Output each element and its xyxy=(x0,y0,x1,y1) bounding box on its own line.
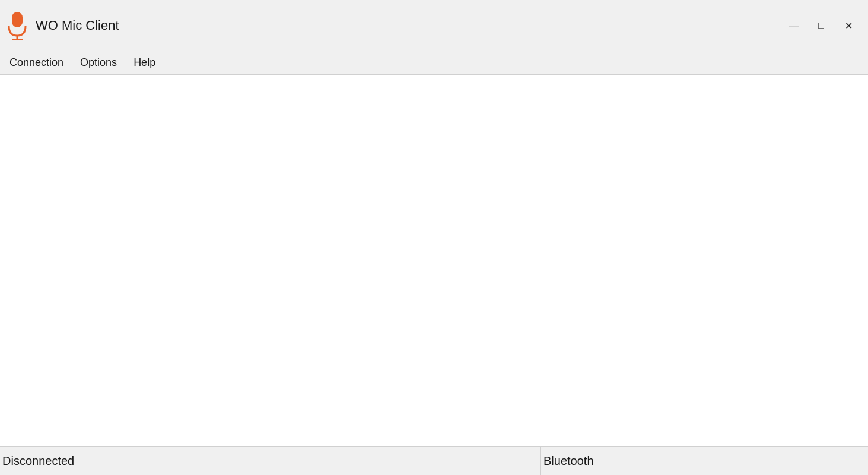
connection-status: Disconnected xyxy=(2,454,74,468)
close-button[interactable]: ✕ xyxy=(835,16,862,35)
title-bar-left: WO Mic Client xyxy=(0,11,119,40)
menu-connection[interactable]: Connection xyxy=(1,53,72,72)
title-bar-controls: — □ ✕ xyxy=(780,16,868,35)
app-title: WO Mic Client xyxy=(36,18,119,33)
menu-options[interactable]: Options xyxy=(72,53,125,72)
title-bar: WO Mic Client — □ ✕ xyxy=(0,0,868,51)
status-bar: Disconnected Bluetooth xyxy=(0,446,868,475)
menu-bar: Connection Options Help xyxy=(0,51,868,75)
main-content xyxy=(0,75,868,446)
status-right: Bluetooth xyxy=(541,447,868,475)
minimize-button[interactable]: — xyxy=(780,16,807,35)
maximize-button[interactable]: □ xyxy=(807,16,835,35)
menu-help[interactable]: Help xyxy=(125,53,164,72)
connection-type: Bluetooth xyxy=(543,454,594,468)
mic-icon xyxy=(6,11,28,40)
status-left: Disconnected xyxy=(0,447,541,475)
svg-rect-0 xyxy=(12,12,23,27)
